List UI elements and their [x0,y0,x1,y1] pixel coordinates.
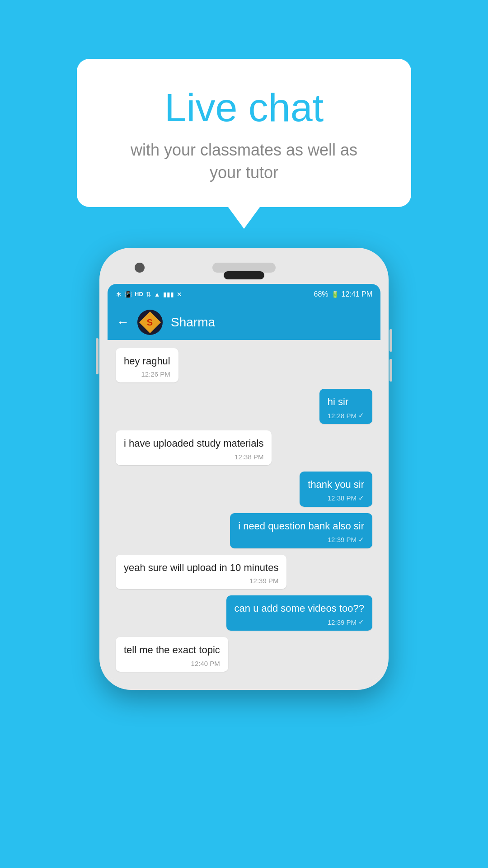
message-text: hi sir [328,395,364,409]
clock: 12:41 PM [342,290,372,298]
message-bubble: i have uploaded study materials12:38 PM [116,430,272,465]
message-time: 12:38 PM ✓ [308,494,364,502]
x-signal-icon: ✕ [177,291,182,298]
message-text: can u add some videos too?? [235,602,364,616]
status-bar: ∗ 📳 HD ⇅ ▲ ▮▮▮ ✕ 68% 🔋 12:41 PM [108,284,380,305]
read-receipt-icon: ✓ [358,411,364,420]
message-time: 12:39 PM [124,577,278,585]
phone-outer: ∗ 📳 HD ⇅ ▲ ▮▮▮ ✕ 68% 🔋 12:41 PM ← [99,248,389,690]
message-time: 12:39 PM ✓ [235,618,364,626]
message-time: 12:26 PM [124,370,170,378]
front-camera [135,263,145,273]
message-time: 12:40 PM [124,660,220,667]
message-text: hey raghul [124,354,170,368]
volume-up-button [389,329,392,352]
wifi-icon: ▲ [154,291,160,298]
message-bubble: yeah sure will upload in 10 minutes12:39… [116,555,286,590]
battery-percent: 68% [314,290,328,298]
status-left-icons: ∗ 📳 HD ⇅ ▲ ▮▮▮ ✕ [116,290,182,298]
superman-diamond: S [139,311,161,333]
message-bubble: i need question bank also sir12:39 PM ✓ [230,513,372,548]
message-bubble: tell me the exact topic12:40 PM [116,637,228,672]
volume-down-button [389,359,392,382]
chat-area: hey raghul12:26 PMhi sir12:28 PM ✓i have… [108,340,380,680]
read-receipt-icon: ✓ [358,536,364,544]
message-text: i need question bank also sir [238,519,364,533]
message-bubble: thank you sir12:38 PM ✓ [300,472,372,507]
bubble-subtitle: with your classmates as well as your tut… [113,139,375,184]
phone-mockup: ∗ 📳 HD ⇅ ▲ ▮▮▮ ✕ 68% 🔋 12:41 PM ← [99,248,389,690]
back-button[interactable]: ← [117,315,129,330]
phone-top-hardware [108,258,380,278]
bluetooth-icon: ∗ [116,290,122,298]
contact-name: Sharma [171,315,215,330]
vibrate-icon: 📳 [124,291,132,298]
hd-label: HD [135,291,143,297]
status-right-area: 68% 🔋 12:41 PM [314,290,372,298]
read-receipt-icon: ✓ [358,618,364,626]
message-text: tell me the exact topic [124,643,220,657]
message-text: yeah sure will upload in 10 minutes [124,561,278,575]
message-time: 12:39 PM ✓ [238,536,364,544]
speech-bubble: Live chat with your classmates as well a… [77,59,411,207]
superman-s-letter: S [147,317,153,327]
message-bubble: hey raghul12:26 PM [116,348,178,383]
message-bubble: hi sir12:28 PM ✓ [319,389,372,424]
power-button [96,338,99,374]
read-receipt-icon: ✓ [358,494,364,502]
app-bar: ← S Sharma [108,305,380,340]
message-text: thank you sir [308,478,364,492]
earpiece [224,271,264,279]
signal-icon: ▮▮▮ [163,291,174,298]
avatar: S [137,310,163,335]
phone-screen: ∗ 📳 HD ⇅ ▲ ▮▮▮ ✕ 68% 🔋 12:41 PM ← [108,284,380,680]
battery-icon: 🔋 [331,291,339,298]
message-bubble: can u add some videos too??12:39 PM ✓ [226,595,372,631]
bubble-title: Live chat [113,86,375,130]
message-time: 12:38 PM [124,453,263,461]
message-time: 12:28 PM ✓ [328,411,364,420]
message-text: i have uploaded study materials [124,437,263,451]
data-arrows-icon: ⇅ [146,291,151,298]
